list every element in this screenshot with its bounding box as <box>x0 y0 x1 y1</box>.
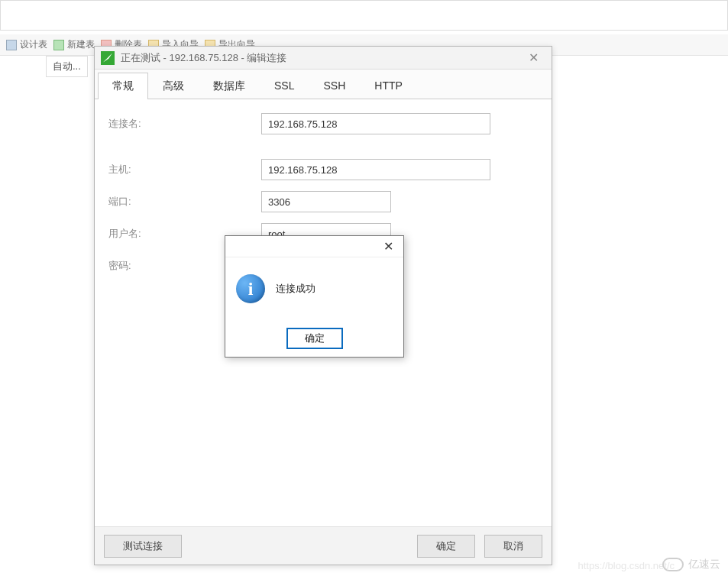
tab-http[interactable]: HTTP <box>360 73 417 99</box>
dialog-titlebar: 正在测试 - 192.168.75.128 - 编辑连接 ✕ <box>95 47 552 70</box>
msgbox-body: i 连接成功 <box>225 257 403 320</box>
input-conn-name[interactable] <box>261 113 490 134</box>
background-toolbar-top <box>0 0 728 31</box>
watermark-brand: 亿速云 <box>688 558 720 571</box>
row-host: 主机: <box>108 159 538 180</box>
dialog-footer: 测试连接 确定 取消 <box>95 526 552 565</box>
watermark-url: https://blog.csdn.net/c <box>578 560 675 571</box>
msgbox-close-icon[interactable]: ✕ <box>373 237 403 257</box>
bg-tab-auto[interactable]: 自动... <box>46 56 88 77</box>
watermark: 亿速云 <box>662 558 720 571</box>
row-port: 端口: <box>108 191 538 212</box>
row-conn-name: 连接名: <box>108 113 538 134</box>
input-host[interactable] <box>261 159 490 180</box>
tab-database[interactable]: 数据库 <box>199 73 260 99</box>
info-icon: i <box>236 274 265 303</box>
tab-advanced[interactable]: 高级 <box>148 73 199 99</box>
tab-ssh[interactable]: SSH <box>309 73 360 99</box>
dialog-title: 正在测试 - 192.168.75.128 - 编辑连接 <box>121 51 521 65</box>
cloud-icon <box>662 558 684 571</box>
message-box: ✕ i 连接成功 确定 <box>225 235 404 358</box>
ok-button[interactable]: 确定 <box>417 535 475 558</box>
tab-general[interactable]: 常规 <box>98 73 148 99</box>
input-port[interactable] <box>261 191 391 212</box>
app-icon <box>101 51 115 65</box>
label-port: 端口: <box>108 195 261 209</box>
tab-ssl[interactable]: SSL <box>260 73 309 99</box>
cancel-button[interactable]: 取消 <box>484 535 542 558</box>
msgbox-footer: 确定 <box>225 320 403 357</box>
tb-new-table[interactable]: 新建表 <box>53 38 95 51</box>
msgbox-ok-button[interactable]: 确定 <box>286 328 343 349</box>
close-icon[interactable]: ✕ <box>521 49 545 67</box>
label-host: 主机: <box>108 163 261 176</box>
test-connection-button[interactable]: 测试连接 <box>104 535 182 558</box>
tb-design-table[interactable]: 设计表 <box>6 38 47 51</box>
msgbox-text: 连接成功 <box>276 282 315 296</box>
msgbox-titlebar: ✕ <box>225 236 403 257</box>
dialog-tabs: 常规 高级 数据库 SSL SSH HTTP <box>95 70 552 99</box>
label-conn-name: 连接名: <box>108 117 261 131</box>
